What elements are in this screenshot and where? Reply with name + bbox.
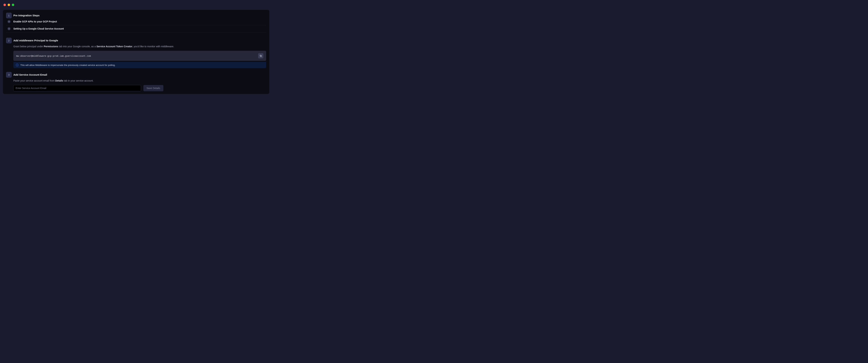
info-text: This will allow Middleware to impersonat… [20,64,116,66]
principal-code-block: mw-observer@middleware-gcp-prod.iam.gser… [13,51,266,61]
maximize-window-button[interactable] [12,4,14,6]
substep-enable-apis[interactable]: + Enable GCP APIs to your GCP Project [6,20,266,25]
plus-icon[interactable]: + [7,20,10,23]
step-badge-2: 2 [6,38,12,43]
step-badge-1: 1 [6,13,12,18]
info-icon: i [16,64,19,66]
save-details-button[interactable]: Save Details [144,85,163,91]
step-2-description: Grant below principal under Permissions … [13,45,266,48]
step-2: 2 Add middleware Principal to Google Gra… [6,38,266,68]
substep-service-account-title: Setting Up a Google Cloud Service Accoun… [13,27,266,30]
minimize-window-button[interactable] [8,4,10,6]
service-account-email-input[interactable] [13,85,141,91]
step-badge-3: 3 [6,72,12,78]
info-banner: i This will allow Middleware to imperson… [13,62,266,68]
substep-enable-apis-title: Enable GCP APIs to your GCP Project [13,20,266,23]
titlebar [0,0,272,10]
substep-service-account[interactable]: + Setting Up a Google Cloud Service Acco… [6,27,266,32]
input-row: Save Details [13,85,266,91]
close-window-button[interactable] [3,4,6,6]
copy-icon [259,55,262,57]
step-3-title: Add Service Account Email [13,72,266,78]
principal-value: mw-observer@middleware-gcp-prod.iam.gser… [16,55,91,57]
step-3: 3 Add Service Account Email Paste your s… [6,72,266,91]
step-2-title: Add middleware Principal to Google [13,38,266,43]
content-panel: 1 Pre Integration Steps + Enable GCP API… [3,10,270,94]
plus-icon[interactable]: + [7,27,10,30]
app-window: 1 Pre Integration Steps + Enable GCP API… [0,0,272,97]
step-1-title: Pre Integration Steps [13,13,266,18]
step-1: 1 Pre Integration Steps [6,13,266,18]
copy-button[interactable] [258,53,264,58]
step-3-description: Paste your service account email from De… [13,79,266,83]
